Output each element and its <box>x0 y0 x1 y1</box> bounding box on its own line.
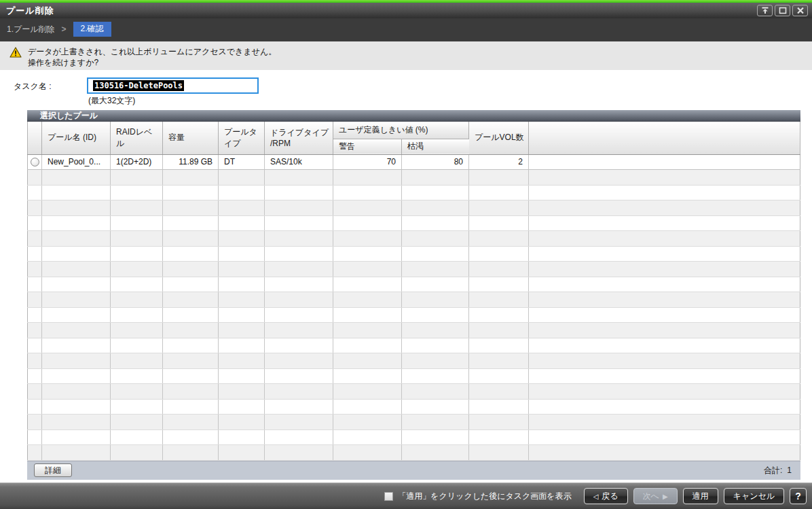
table-row-empty <box>28 338 800 353</box>
close-button[interactable] <box>792 5 808 16</box>
header-raid-level: RAIDレベル <box>111 122 163 154</box>
warning-text: データが上書きされ、これ以上ボリュームにアクセスできません。 操作を続けますか? <box>28 46 276 68</box>
row-select-cell <box>28 154 42 170</box>
table-row-empty <box>28 277 800 292</box>
breadcrumb-step-2-current: 2.確認 <box>73 22 111 37</box>
cell-pool-vols: 2 <box>469 154 529 170</box>
table-row-empty <box>28 399 800 415</box>
breadcrumb-separator: > <box>62 24 67 34</box>
next-arrow-icon: ▶ <box>663 493 668 500</box>
cell-threshold-warning: 70 <box>333 154 402 170</box>
apply-button[interactable]: 適用 <box>683 488 718 504</box>
back-button[interactable]: ◁ 戻る <box>584 488 628 504</box>
cancel-button[interactable]: キャンセル <box>724 488 784 504</box>
breadcrumb-step-1[interactable]: 1.プール削除 <box>7 24 55 35</box>
bottom-action-bar: 「適用」をクリックした後にタスク画面を表示 ◁ 戻る 次へ ▶ 適用 キャンセル… <box>0 482 812 509</box>
selected-pools-panel: 選択したプール プール名 (ID) RAIDレベル 容量 プールタイプ ドライブ… <box>27 110 800 480</box>
cell-threshold-depletion: 80 <box>402 154 469 170</box>
next-button-label: 次へ <box>643 491 659 502</box>
rollup-icon <box>761 7 769 14</box>
header-pool-type: プールタイプ <box>219 122 265 154</box>
table-row-empty <box>28 246 800 262</box>
header-user-threshold-group: ユーザ定義しきい値 (%) <box>333 122 469 139</box>
total-value: 1 <box>787 466 792 475</box>
pool-table-body: New_Pool_0... 1(2D+2D) 11.89 GB DT SAS/1… <box>28 154 800 460</box>
show-task-screen-option: 「適用」をクリックした後にタスク画面を表示 <box>384 491 571 502</box>
window-controls <box>757 5 808 16</box>
table-row-empty <box>28 215 800 231</box>
table-row-empty <box>28 292 800 308</box>
table-row-empty <box>28 353 800 369</box>
table-row-empty <box>28 323 800 338</box>
back-button-label: 戻る <box>602 491 618 502</box>
detail-button[interactable]: 詳細 <box>34 463 72 477</box>
header-filler <box>529 122 800 154</box>
header-select-column <box>28 122 42 154</box>
table-row-pool: New_Pool_0... 1(2D+2D) 11.89 GB DT SAS/1… <box>28 154 800 170</box>
pool-delete-dialog: プール削除 1.プール削除 > 2.確認 <box>0 0 812 509</box>
table-row-empty <box>28 307 800 323</box>
maximize-button[interactable] <box>775 5 790 16</box>
table-row-empty <box>28 445 800 461</box>
header-drive-type: ドライブタイプ /RPM <box>265 122 333 154</box>
window-title: プール削除 <box>6 5 54 17</box>
selected-pools-table: プール名 (ID) RAIDレベル 容量 プールタイプ ドライブタイプ /RPM… <box>27 122 800 461</box>
table-row-empty <box>28 231 800 247</box>
header-pool-vols: プールVOL数 <box>469 122 529 154</box>
show-task-screen-label: 「適用」をクリックした後にタスク画面を表示 <box>398 491 571 502</box>
table-footer-bar: 詳細 合計:1 <box>27 461 800 480</box>
breadcrumb-bar: 1.プール削除 > 2.確認 <box>0 18 812 41</box>
maximize-icon <box>779 7 787 14</box>
header-threshold-warning: 警告 <box>333 139 402 154</box>
table-row-empty <box>28 185 800 200</box>
cell-filler <box>529 154 800 170</box>
warning-icon <box>10 47 22 60</box>
table-row-empty <box>28 200 800 216</box>
warning-line-1: データが上書きされ、これ以上ボリュームにアクセスできません。 <box>28 46 276 57</box>
table-title: 選択したプール <box>27 110 800 122</box>
header-pool-name: プール名 (ID) <box>42 122 111 154</box>
show-task-screen-checkbox[interactable] <box>384 492 393 501</box>
next-button: 次へ ▶ <box>633 488 678 504</box>
task-name-input[interactable]: 130516-DeletePools <box>87 77 259 94</box>
cell-pool-type: DT <box>219 154 265 170</box>
cell-raid-level: 1(2D+2D) <box>111 154 163 170</box>
table-row-empty <box>28 368 800 384</box>
task-name-label: タスク名 : <box>14 81 52 92</box>
cell-capacity: 11.89 GB <box>163 154 219 170</box>
task-name-section: タスク名 : 130516-DeletePools (最大32文字) <box>0 70 812 110</box>
warning-message-area: データが上書きされ、これ以上ボリュームにアクセスできません。 操作を続けますか? <box>0 41 812 70</box>
task-name-max-length-hint: (最大32文字) <box>88 95 135 107</box>
table-row-empty <box>28 170 800 186</box>
help-button[interactable]: ? <box>790 488 807 504</box>
back-arrow-icon: ◁ <box>593 493 599 500</box>
window-title-bar: プール削除 <box>0 3 812 18</box>
header-threshold-depletion: 枯渇 <box>402 139 469 154</box>
breadcrumb: 1.プール削除 > 2.確認 <box>0 18 812 37</box>
table-row-empty <box>28 262 800 277</box>
warning-line-2: 操作を続けますか? <box>28 57 276 68</box>
task-name-value-selected: 130516-DeletePools <box>93 80 184 91</box>
table-row-empty <box>28 429 800 445</box>
cell-pool-name: New_Pool_0... <box>42 154 111 170</box>
total-label: 合計: <box>764 466 782 475</box>
row-radio-button[interactable] <box>31 158 39 166</box>
table-row-empty <box>28 415 800 430</box>
total-count: 合計:1 <box>764 465 792 476</box>
table-row-empty <box>28 384 800 400</box>
close-icon <box>796 7 805 14</box>
cell-drive-type: SAS/10k <box>265 154 333 170</box>
header-capacity: 容量 <box>163 122 219 154</box>
rollup-button[interactable] <box>757 5 773 16</box>
